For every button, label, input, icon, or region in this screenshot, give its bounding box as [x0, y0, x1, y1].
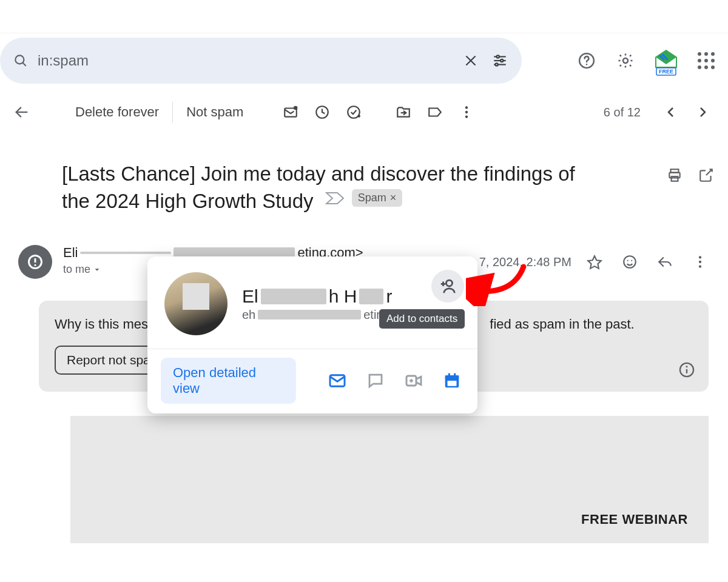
svg-point-31	[34, 264, 36, 266]
subject-chips: Spam ×	[325, 189, 403, 206]
search-options-icon[interactable]	[485, 46, 514, 75]
remove-label-icon[interactable]: ×	[390, 190, 397, 205]
svg-point-36	[699, 256, 701, 258]
next-message-icon[interactable]	[687, 96, 718, 128]
labels-icon[interactable]	[419, 96, 451, 128]
sender-name-prefix: Eli	[63, 245, 78, 261]
search-input[interactable]	[34, 52, 456, 69]
top-spacer	[0, 0, 728, 33]
contact-hovercard: Elh Hr eheting Open detailed view	[147, 256, 477, 413]
add-to-contacts-tooltip: Add to contacts	[379, 309, 465, 329]
svg-point-33	[624, 256, 636, 268]
svg-point-25	[465, 115, 468, 118]
svg-point-17	[294, 106, 298, 110]
more-icon[interactable]	[451, 96, 482, 128]
star-icon[interactable]	[582, 250, 607, 274]
open-detailed-view-button[interactable]: Open detailed view	[161, 358, 296, 404]
reply-icon[interactable]	[653, 250, 677, 274]
hovercard-actions: Open detailed view	[147, 349, 477, 413]
svg-line-1	[22, 62, 25, 65]
print-icon[interactable]	[662, 163, 687, 187]
help-icon[interactable]	[573, 47, 601, 75]
spam-label-text: Spam	[358, 190, 386, 205]
svg-point-41	[686, 366, 687, 367]
email-body-preview: FREE WEBINAR	[70, 416, 709, 543]
header-right-icons: FREE	[573, 45, 724, 76]
open-new-window-icon[interactable]	[694, 163, 718, 187]
to-text: to me	[63, 263, 90, 276]
svg-rect-51	[448, 381, 457, 386]
hovercard-name: Elh Hr	[242, 286, 392, 307]
message-meta: Mar 7, 2024, 2:48 PM	[455, 245, 718, 279]
settings-icon[interactable]	[612, 47, 639, 75]
chat-icon[interactable]	[363, 369, 387, 393]
message-more-icon[interactable]	[688, 250, 712, 274]
svg-point-11	[586, 64, 588, 65]
free-webinar-label: FREE WEBINAR	[581, 512, 688, 527]
apps-grid-icon	[698, 52, 715, 69]
back-icon[interactable]	[8, 99, 35, 125]
chevron-down-icon	[93, 266, 101, 274]
hovercard-top: Elh Hr eheting	[147, 256, 477, 349]
svg-point-7	[500, 59, 503, 62]
subject-actions	[662, 161, 718, 187]
add-task-icon[interactable]	[338, 96, 369, 128]
message-toolbar: Delete forever Not spam 6 of 12	[0, 88, 728, 136]
hovercard-email: eheting	[242, 308, 392, 322]
svg-point-38	[699, 266, 701, 268]
clear-search-icon[interactable]	[456, 46, 485, 75]
subject-text: [Lasts Chance] Join me today and discove…	[62, 162, 575, 212]
svg-point-23	[465, 106, 468, 109]
search-icon[interactable]	[7, 47, 34, 74]
hovercard-avatar[interactable]	[164, 272, 228, 335]
mark-unread-icon[interactable]	[275, 96, 306, 128]
sender-avatar[interactable]	[18, 245, 52, 279]
message-counter: 6 of 12	[604, 105, 641, 119]
mail-tracker-icon[interactable]: FREE	[650, 45, 682, 76]
svg-point-37	[699, 261, 701, 263]
svg-point-5	[497, 55, 499, 58]
send-email-icon[interactable]	[325, 369, 349, 393]
svg-point-0	[15, 55, 24, 64]
move-to-icon[interactable]	[388, 96, 419, 128]
delete-forever-button[interactable]: Delete forever	[62, 104, 172, 120]
spam-info-icon[interactable]	[678, 361, 695, 378]
svg-rect-52	[448, 373, 450, 377]
svg-rect-50	[445, 375, 459, 379]
search-container	[0, 38, 522, 84]
hovercard-identity: Elh Hr eheting	[242, 286, 392, 322]
snooze-icon[interactable]	[306, 96, 338, 128]
apps-icon[interactable]	[693, 47, 720, 74]
email-subject: [Lasts Chance] Join me today and discove…	[62, 161, 608, 215]
add-to-contacts-button[interactable]	[431, 270, 464, 303]
svg-point-9	[495, 63, 497, 65]
importance-marker-icon[interactable]	[325, 191, 346, 206]
subject-row: [Lasts Chance] Join me today and discove…	[10, 161, 718, 215]
prev-message-icon[interactable]	[655, 96, 687, 128]
svg-rect-53	[454, 373, 456, 377]
svg-point-12	[623, 58, 628, 63]
not-spam-button[interactable]: Not spam	[173, 104, 257, 120]
schedule-event-icon[interactable]	[440, 369, 464, 393]
svg-point-34	[627, 260, 629, 261]
report-not-spam-button[interactable]: Report not spa	[55, 346, 163, 375]
svg-point-24	[465, 111, 468, 113]
svg-point-35	[631, 260, 632, 261]
svg-text:FREE: FREE	[659, 69, 673, 75]
search-row: FREE	[0, 33, 728, 88]
svg-point-42	[447, 280, 453, 286]
svg-marker-32	[588, 256, 601, 269]
start-video-icon[interactable]	[402, 369, 426, 393]
emoji-reaction-icon[interactable]	[618, 250, 642, 274]
spam-label-chip[interactable]: Spam ×	[352, 189, 403, 206]
